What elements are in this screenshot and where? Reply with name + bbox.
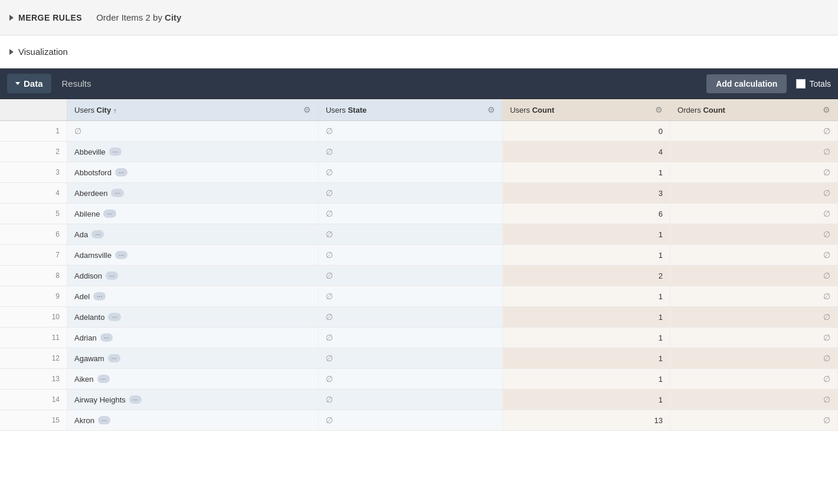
toolbar: Data Results Add calculation Totals [0, 68, 838, 99]
cell-state: ∅ [318, 142, 502, 162]
cell-orders-count: ∅ [670, 121, 838, 142]
table-row: 12Agawam ···∅1∅ [0, 348, 838, 369]
cell-row-number: 5 [0, 204, 67, 224]
cell-users-count: 0 [503, 121, 670, 142]
city-expand-icon[interactable]: ··· [129, 395, 142, 404]
city-value: Addison ··· [74, 271, 118, 280]
cell-users-count: 2 [503, 266, 670, 286]
cell-orders-count: ∅ [670, 204, 838, 224]
add-calculation-button[interactable]: Add calculation [706, 74, 787, 93]
city-expand-icon[interactable]: ··· [100, 333, 113, 342]
cell-state: ∅ [318, 390, 502, 410]
city-sort-icon: ↑ [113, 107, 117, 114]
city-expand-icon[interactable]: ··· [103, 210, 116, 218]
city-expand-icon[interactable]: ··· [91, 230, 104, 238]
table-row: 3Abbotsford ···∅1∅ [0, 162, 838, 183]
cell-orders-count: ∅ [670, 224, 838, 245]
cell-orders-count: ∅ [670, 162, 838, 183]
tab-data-chevron-icon [15, 82, 20, 85]
null-value-icon: ∅ [823, 168, 830, 177]
cell-city: Abbeville ··· [67, 142, 319, 162]
cell-city: Aiken ··· [67, 369, 319, 390]
city-value: Adamsville ··· [74, 251, 127, 260]
cell-state: ∅ [318, 245, 502, 266]
city-value: Abbotsford ··· [74, 168, 127, 177]
city-value: Airway Heights ··· [74, 395, 142, 404]
city-settings-icon[interactable]: ⚙ [303, 105, 311, 114]
city-expand-icon[interactable]: ··· [93, 292, 106, 300]
th-state-label: Users State [326, 106, 366, 114]
city-value: Adelanto ··· [74, 313, 121, 322]
cell-city: ∅ [67, 121, 319, 142]
city-value: Abilene ··· [74, 210, 116, 218]
cell-orders-count: ∅ [670, 328, 838, 348]
cell-users-count: 6 [503, 204, 670, 224]
null-value-icon: ∅ [823, 312, 830, 322]
city-expand-icon[interactable]: ··· [97, 375, 110, 383]
null-value-icon: ∅ [326, 188, 333, 198]
cell-orders-count: ∅ [670, 307, 838, 328]
city-expand-icon[interactable]: ··· [111, 189, 123, 197]
table-row: 13Aiken ···∅1∅ [0, 369, 838, 390]
cell-row-number: 14 [0, 390, 67, 410]
orders-count-settings-icon[interactable]: ⚙ [823, 105, 830, 114]
cell-row-number: 13 [0, 369, 67, 390]
null-value-icon: ∅ [823, 395, 830, 404]
totals-toggle[interactable]: Totals [796, 79, 831, 89]
table-row: 15Akron ···∅13∅ [0, 410, 838, 431]
null-value-icon: ∅ [326, 271, 333, 280]
city-expand-icon[interactable]: ··· [106, 271, 118, 280]
null-value-icon: ∅ [823, 333, 830, 342]
null-value-icon: ∅ [326, 354, 333, 363]
city-value: Abbeville ··· [74, 148, 122, 156]
null-value-icon: ∅ [326, 230, 333, 239]
table-row: 14Airway Heights ···∅1∅ [0, 390, 838, 410]
cell-state: ∅ [318, 307, 502, 328]
city-expand-icon[interactable]: ··· [98, 416, 110, 424]
cell-row-number: 10 [0, 307, 67, 328]
tab-results[interactable]: Results [54, 74, 100, 93]
null-value-icon: ∅ [326, 209, 333, 218]
cell-orders-count: ∅ [670, 410, 838, 431]
cell-orders-count: ∅ [670, 245, 838, 266]
users-count-settings-icon[interactable]: ⚙ [655, 105, 663, 114]
table-row: 7Adamsville ···∅1∅ [0, 245, 838, 266]
cell-row-number: 3 [0, 162, 67, 183]
cell-users-count: 1 [503, 348, 670, 369]
table-row: 5Abilene ···∅6∅ [0, 204, 838, 224]
tab-data[interactable]: Data [7, 74, 51, 93]
merge-rules-subtitle: Order Items 2 by City [96, 12, 181, 22]
null-value-icon: ∅ [823, 188, 830, 198]
cell-orders-count: ∅ [670, 266, 838, 286]
cell-orders-count: ∅ [670, 390, 838, 410]
visualization-toggle[interactable]: Visualization [9, 47, 68, 57]
null-value-icon: ∅ [823, 354, 830, 363]
cell-row-number: 6 [0, 224, 67, 245]
city-expand-icon[interactable]: ··· [108, 313, 120, 321]
city-expand-icon[interactable]: ··· [115, 168, 127, 176]
merge-rules-toggle[interactable]: MERGE RULES [9, 13, 82, 22]
city-expand-icon[interactable]: ··· [108, 354, 120, 362]
state-settings-icon[interactable]: ⚙ [487, 105, 495, 114]
null-value-icon: ∅ [823, 147, 830, 156]
cell-row-number: 12 [0, 348, 67, 369]
cell-row-number: 4 [0, 183, 67, 204]
table-body: 1∅∅0∅2Abbeville ···∅4∅3Abbotsford ···∅1∅… [0, 121, 838, 431]
cell-orders-count: ∅ [670, 286, 838, 307]
cell-state: ∅ [318, 224, 502, 245]
cell-row-number: 7 [0, 245, 67, 266]
null-value-icon: ∅ [326, 374, 333, 384]
null-value-icon: ∅ [74, 126, 81, 136]
th-orders-count: Orders Count ⚙ [670, 99, 838, 121]
city-expand-icon[interactable]: ··· [109, 148, 122, 156]
city-expand-icon[interactable]: ··· [115, 251, 127, 259]
null-value-icon: ∅ [326, 292, 333, 301]
cell-users-count: 1 [503, 162, 670, 183]
cell-orders-count: ∅ [670, 142, 838, 162]
null-value-icon: ∅ [823, 271, 830, 280]
cell-state: ∅ [318, 369, 502, 390]
totals-checkbox-icon[interactable] [796, 79, 806, 89]
city-value: Aiken ··· [74, 375, 110, 384]
cell-city: Akron ··· [67, 410, 319, 431]
null-value-icon: ∅ [326, 415, 333, 425]
